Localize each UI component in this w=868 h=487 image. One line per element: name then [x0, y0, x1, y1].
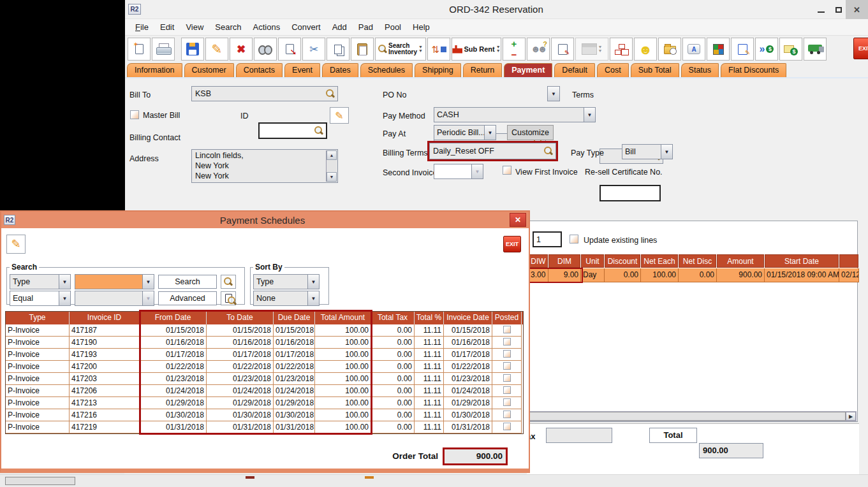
- menu-pad[interactable]: Pad: [353, 19, 379, 35]
- lines-grid-selected-row[interactable]: 3.009.00Day0.00100.000.00900.0001/15/201…: [529, 268, 859, 282]
- edit-button[interactable]: ✎: [205, 38, 228, 61]
- tab-flat-discounts[interactable]: Flat Discounts: [721, 63, 786, 77]
- column-header[interactable]: Invoice Date: [444, 312, 492, 324]
- copy-button[interactable]: [327, 38, 349, 61]
- tab-information[interactable]: Information: [127, 63, 182, 77]
- sub-rent-button[interactable]: Sub Rent ▼▼: [452, 38, 501, 61]
- column-header[interactable]: DIM: [548, 254, 580, 268]
- column-header[interactable]: Start Date: [765, 254, 839, 268]
- edit-document-button[interactable]: ✎: [731, 38, 754, 61]
- posted-checkbox[interactable]: [503, 362, 511, 370]
- minimize-button[interactable]: [812, 0, 830, 19]
- column-header[interactable]: Discount: [605, 254, 640, 268]
- posted-checkbox[interactable]: [503, 423, 511, 430]
- address-scrollbar[interactable]: ▲▼: [326, 150, 337, 182]
- toolbar-exit-button[interactable]: EXIT: [853, 38, 868, 59]
- menu-search[interactable]: Search: [209, 19, 247, 35]
- scroll-up-icon[interactable]: ▲: [327, 150, 337, 160]
- tab-customer[interactable]: Customer: [184, 63, 234, 77]
- tab-shipping[interactable]: Shipping: [415, 63, 461, 77]
- hscroll-right-arrow[interactable]: ▶: [846, 412, 856, 421]
- id-edit-button[interactable]: ✎: [330, 107, 349, 124]
- advanced-search-icon-button[interactable]: [221, 291, 236, 305]
- search-value-combo[interactable]: ▼: [75, 274, 154, 289]
- search-operator-selector[interactable]: Equal▼: [10, 291, 71, 306]
- tab-schedules[interactable]: Schedules: [360, 63, 413, 77]
- sort-secondary-selector[interactable]: None▼: [253, 291, 320, 306]
- posted-checkbox[interactable]: [503, 374, 511, 382]
- bottom-scroll-thumb[interactable]: [5, 477, 75, 485]
- menu-pool[interactable]: Pool: [379, 19, 407, 35]
- tax-field[interactable]: [546, 428, 612, 443]
- payment-schedule-row[interactable]: P-Invoice41719001/16/201801/16/201801/16…: [6, 337, 523, 349]
- pay-at-dropdown[interactable]: Periodic Bill...▼: [434, 125, 496, 140]
- bill-to-field[interactable]: KSB: [191, 86, 338, 101]
- dialog-exit-button[interactable]: EXIT: [503, 236, 521, 252]
- menu-convert[interactable]: Convert: [286, 19, 327, 35]
- menu-add[interactable]: Add: [327, 19, 353, 35]
- dialog-close-button[interactable]: ✕: [510, 213, 526, 227]
- payment-schedule-row[interactable]: P-Invoice41718701/15/201801/15/201801/15…: [6, 324, 523, 337]
- column-header[interactable]: From Date: [140, 312, 207, 324]
- dialog-edit-button[interactable]: ✎: [6, 235, 26, 254]
- second-invoice-date-field[interactable]: ▼: [434, 164, 483, 179]
- line-count-field[interactable]: 1: [533, 231, 562, 247]
- copy-schedule-button[interactable]: ➘: [278, 38, 301, 61]
- posted-checkbox[interactable]: [503, 326, 511, 333]
- maximize-button[interactable]: [830, 0, 848, 19]
- lookup-icon[interactable]: [544, 147, 553, 156]
- column-header[interactable]: Type: [6, 312, 70, 324]
- update-existing-lines-checkbox[interactable]: [570, 235, 578, 244]
- payment-schedule-row[interactable]: P-Invoice41721601/30/201801/30/201801/30…: [6, 409, 523, 421]
- pay-method-extra-field[interactable]: [600, 185, 661, 201]
- tab-cost[interactable]: Cost: [597, 63, 629, 77]
- column-header[interactable]: [839, 254, 858, 268]
- tab-return[interactable]: Return: [463, 63, 503, 77]
- column-header[interactable]: Net Disc: [679, 254, 716, 268]
- menu-edit[interactable]: Edit: [154, 19, 180, 35]
- tab-contacts[interactable]: Contacts: [236, 63, 283, 77]
- column-header[interactable]: Invoice ID: [70, 312, 140, 324]
- lookup-icon[interactable]: [326, 89, 335, 98]
- po-no-dropdown[interactable]: ▼: [547, 86, 560, 101]
- close-button[interactable]: ✕: [846, 0, 868, 19]
- smiley-button[interactable]: ☻: [634, 38, 657, 61]
- column-header[interactable]: Unit: [581, 254, 604, 268]
- menu-help[interactable]: Help: [407, 19, 436, 35]
- posted-checkbox[interactable]: [503, 411, 511, 418]
- payment-schedule-row[interactable]: P-Invoice41719301/17/201801/17/201801/17…: [6, 349, 523, 361]
- add-remove-lines-button[interactable]: +−: [503, 38, 526, 61]
- sort-items-button[interactable]: ⇅: [427, 38, 450, 61]
- payment-schedule-row[interactable]: P-Invoice41720001/22/201801/22/201801/22…: [6, 361, 523, 373]
- menu-actions[interactable]: Actions: [247, 19, 286, 35]
- find-button[interactable]: [254, 38, 277, 61]
- customer-lookup-button[interactable]: ☻☻: [527, 38, 550, 61]
- payment-schedule-row[interactable]: P-Invoice41720601/24/201801/24/201801/24…: [6, 385, 523, 397]
- inventory-cubes-button[interactable]: [707, 38, 730, 61]
- customize-button[interactable]: Customize: [507, 125, 554, 140]
- delete-button[interactable]: ✖: [230, 38, 253, 61]
- payment-schedule-row[interactable]: P-Invoice41720301/23/201801/23/201801/23…: [6, 373, 523, 385]
- column-header[interactable]: To Date: [207, 312, 274, 324]
- calendar-button[interactable]: ▼▼: [575, 38, 608, 61]
- search-icon-button[interactable]: [221, 275, 236, 289]
- advanced-button[interactable]: Advanced: [158, 291, 217, 305]
- org-chart-button[interactable]: [610, 38, 633, 61]
- tab-subtotal[interactable]: Sub Total: [631, 63, 679, 77]
- id-field[interactable]: [258, 122, 327, 139]
- column-header[interactable]: Total %: [415, 312, 444, 324]
- shortcut-key-button[interactable]: A: [682, 38, 705, 61]
- column-header[interactable]: Amount: [717, 254, 764, 268]
- lines-hscrollbar[interactable]: ▶: [528, 411, 857, 421]
- column-header[interactable]: Posted: [492, 312, 522, 324]
- column-header[interactable]: Total Amount: [315, 312, 371, 324]
- menu-view[interactable]: View: [180, 19, 209, 35]
- print-button[interactable]: [152, 38, 175, 61]
- posted-checkbox[interactable]: [503, 338, 511, 345]
- address-box[interactable]: Lincoln fields, New York New York ▲▼: [191, 149, 338, 183]
- tab-dates[interactable]: Dates: [322, 63, 358, 77]
- search-button[interactable]: Search: [158, 275, 217, 289]
- notes-button[interactable]: ✎: [551, 38, 574, 61]
- sort-primary-selector[interactable]: Type▼: [253, 274, 320, 289]
- menu-file[interactable]: File: [129, 19, 154, 35]
